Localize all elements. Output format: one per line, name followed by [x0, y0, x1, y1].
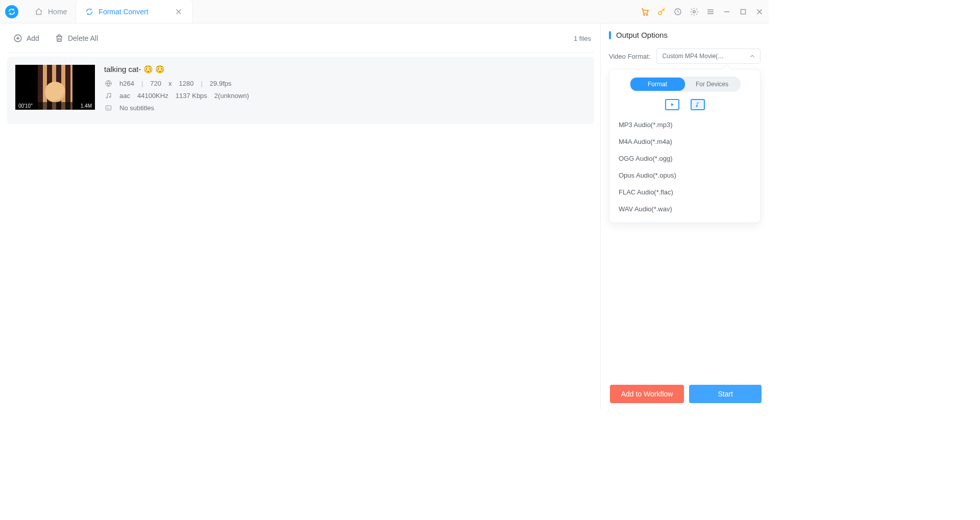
- format-option[interactable]: M4A Audio(*.m4a): [617, 133, 753, 150]
- video-width: 720: [150, 80, 161, 87]
- file-item[interactable]: 00'10" 1.4M talking cat- 😳 😳 h264 | 720 …: [7, 57, 594, 124]
- audio-channels: 2(unknown): [214, 92, 249, 100]
- video-type-icon[interactable]: [665, 99, 679, 110]
- file-count: 1 files: [574, 35, 591, 42]
- cart-icon[interactable]: [640, 7, 650, 17]
- side-panel: Output Options Video Format: Custom MP4 …: [600, 23, 769, 409]
- tab-close-button[interactable]: [174, 7, 183, 16]
- output-options-title: Output Options: [609, 31, 761, 39]
- media-type-toggle: [617, 99, 753, 110]
- tab-format-convert[interactable]: Format Convert: [76, 0, 192, 23]
- video-format-value: Custom MP4 Movie(…: [662, 53, 724, 60]
- video-meta-row: h264 | 720 x 1280 | 29.9fps: [104, 79, 249, 87]
- thumb-duration: 00'10": [18, 103, 33, 109]
- video-height: 1280: [179, 80, 194, 87]
- add-label: Add: [27, 34, 39, 42]
- format-option[interactable]: WAV Audio(*.wav): [617, 201, 753, 217]
- toolbar: Add Delete All 1 files: [7, 30, 594, 47]
- menu-icon[interactable]: [705, 7, 716, 17]
- format-option[interactable]: OGG Audio(*.ogg): [617, 150, 753, 167]
- close-icon[interactable]: [754, 7, 765, 17]
- toolbar-divider: [7, 52, 594, 53]
- maximize-icon[interactable]: [738, 7, 748, 17]
- video-format-row: Video Format: Custom MP4 Movie(…: [609, 48, 761, 64]
- minimize-icon[interactable]: [722, 7, 732, 17]
- format-option[interactable]: Opus Audio(*.opus): [617, 167, 753, 184]
- seg-format-tab[interactable]: Format: [630, 78, 685, 91]
- thumb-size: 1.4M: [81, 103, 92, 109]
- audio-codec: aac: [119, 92, 130, 100]
- svg-rect-10: [106, 106, 111, 110]
- svg-point-8: [106, 97, 108, 98]
- video-fps: 29.9fps: [210, 80, 232, 87]
- workspace: Add Delete All 1 files 00'10" 1.4M: [0, 23, 769, 409]
- audio-type-icon[interactable]: [691, 99, 705, 110]
- svg-point-0: [644, 14, 645, 15]
- svg-point-2: [658, 11, 662, 14]
- audio-samplerate: 44100KHz: [137, 92, 168, 100]
- tab-active-label: Format Convert: [99, 8, 148, 16]
- video-x: x: [168, 80, 172, 87]
- svg-point-9: [109, 96, 111, 97]
- video-format-label: Video Format:: [609, 53, 650, 60]
- svg-point-1: [647, 14, 648, 15]
- start-button[interactable]: Start: [689, 385, 762, 403]
- video-format-select[interactable]: Custom MP4 Movie(…: [656, 48, 761, 64]
- subtitle-icon: [104, 104, 112, 112]
- tab-home[interactable]: Home: [26, 0, 76, 23]
- add-button[interactable]: Add: [10, 32, 42, 45]
- subtitle-meta-row: No subtitles: [104, 104, 249, 112]
- seg-devices-tab[interactable]: For Devices: [685, 78, 740, 91]
- key-icon[interactable]: [656, 7, 667, 17]
- title-bar: Home Format Convert: [0, 0, 769, 23]
- add-to-workflow-button[interactable]: Add to Workflow: [610, 385, 684, 403]
- format-dropdown: Format For Devices MP3 Audio(*.mp3) M4A …: [609, 69, 761, 223]
- file-meta: talking cat- 😳 😳 h264 | 720 x 1280 | 29.…: [104, 65, 249, 116]
- subtitle-text: No subtitles: [119, 104, 154, 112]
- chevron-up-icon: [749, 53, 756, 60]
- window-actions: [640, 7, 765, 17]
- format-list: MP3 Audio(*.mp3) M4A Audio(*.m4a) OGG Au…: [617, 116, 753, 217]
- tab-home-label: Home: [48, 8, 67, 16]
- gear-icon[interactable]: [689, 7, 699, 17]
- audio-bitrate: 1137 Kbps: [176, 92, 207, 100]
- footer-actions: Add to Workflow Start: [610, 385, 762, 403]
- svg-rect-5: [741, 9, 746, 14]
- video-codec: h264: [119, 80, 134, 87]
- video-icon: [104, 79, 112, 87]
- format-option[interactable]: FLAC Audio(*.flac): [617, 184, 753, 201]
- home-icon: [35, 8, 43, 16]
- svg-point-4: [693, 10, 696, 13]
- audio-meta-row: aac 44100KHz 1137 Kbps 2(unknown): [104, 91, 249, 100]
- format-option[interactable]: MP3 Audio(*.mp3): [617, 116, 753, 133]
- audio-icon: [104, 91, 112, 100]
- app-logo-icon: [5, 5, 18, 18]
- refresh-icon: [85, 8, 93, 16]
- svg-marker-11: [671, 103, 674, 106]
- clock-icon[interactable]: [673, 7, 683, 17]
- delete-all-button[interactable]: Delete All: [52, 32, 101, 45]
- format-segmented-control: Format For Devices: [629, 77, 741, 92]
- svg-point-12: [696, 106, 697, 107]
- file-title: talking cat- 😳 😳: [104, 65, 249, 74]
- main-column: Add Delete All 1 files 00'10" 1.4M: [0, 23, 600, 409]
- delete-all-label: Delete All: [68, 34, 98, 42]
- file-thumbnail: 00'10" 1.4M: [15, 65, 95, 110]
